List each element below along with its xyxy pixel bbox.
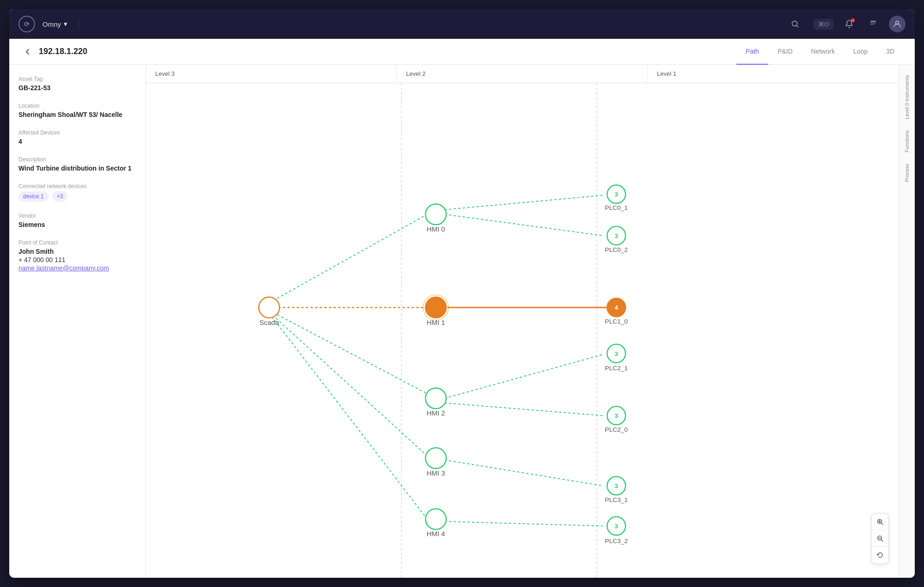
bookmark-icon bbox=[869, 19, 878, 29]
description-value: Wind Turbine distribution in Sector 1 bbox=[18, 165, 136, 172]
right-tab-process[interactable]: Process bbox=[904, 158, 910, 188]
sub-navigation: 192.18.1.220 Path P&ID Network Loop 3D bbox=[9, 39, 915, 65]
notification-dot bbox=[851, 18, 855, 22]
path-hmi2-plc21 bbox=[444, 355, 602, 398]
right-tab-functions[interactable]: Functions bbox=[904, 125, 910, 158]
node-plc10-badge: 4 bbox=[614, 304, 618, 311]
tab-pid[interactable]: P&ID bbox=[768, 39, 802, 65]
contact-field: Point of Contact John Smith + 47 000 00 … bbox=[18, 239, 136, 272]
path-scada-hmi3 bbox=[269, 312, 427, 456]
node-plc02-label: PLC0_2 bbox=[605, 246, 627, 253]
location-label: Location bbox=[18, 103, 136, 109]
tab-3d[interactable]: 3D bbox=[877, 39, 904, 65]
zoom-in-button[interactable] bbox=[872, 514, 888, 530]
node-plc21-label: PLC2_1 bbox=[605, 365, 627, 372]
path-hmi4-plc32 bbox=[444, 521, 602, 526]
node-plc02-badge: 3 bbox=[614, 232, 618, 239]
zoom-controls bbox=[871, 513, 889, 564]
node-hmi0[interactable] bbox=[426, 204, 446, 225]
search-icon bbox=[791, 20, 799, 28]
node-hmi1-label: HMI 1 bbox=[426, 318, 445, 326]
asset-tag-value: GB-221-53 bbox=[18, 84, 136, 92]
brand-label: Omny bbox=[43, 20, 61, 28]
level-3-header: Level 3 bbox=[146, 65, 397, 83]
contact-label: Point of Contact bbox=[18, 239, 136, 246]
path-scada-hmi4 bbox=[269, 313, 427, 519]
graph-area: Level 3 Level 2 Level 1 bbox=[146, 65, 915, 578]
connected-devices-label: Connected network devices bbox=[18, 183, 136, 190]
connected-devices-field: Connected network devices device 1 +3 bbox=[18, 183, 136, 202]
reset-button[interactable] bbox=[872, 547, 888, 563]
node-plc01-label: PLC0_1 bbox=[605, 204, 627, 211]
path-hmi2-plc20 bbox=[444, 403, 602, 416]
page-title: 192.18.1.220 bbox=[39, 47, 87, 56]
search-button[interactable] bbox=[784, 16, 806, 32]
node-scada[interactable] bbox=[259, 297, 280, 318]
node-hmi0-label: HMI 0 bbox=[426, 225, 445, 233]
svg-rect-4 bbox=[870, 24, 874, 24]
contact-phone: + 47 000 00 111 bbox=[18, 256, 136, 263]
node-plc21-badge: 3 bbox=[614, 350, 618, 357]
back-button[interactable] bbox=[20, 44, 35, 59]
contact-name: John Smith bbox=[18, 248, 136, 255]
device-tags: device 1 +3 bbox=[18, 191, 136, 202]
asset-tag-label: Asset Tag bbox=[18, 76, 136, 82]
right-tab-instruments[interactable]: Level 0 Instruments bbox=[904, 69, 910, 125]
sidebar: Asset Tag GB-221-53 Location Sheringham … bbox=[9, 65, 146, 578]
path-scada-hmi2 bbox=[269, 310, 427, 393]
node-plc10-label: PLC1_0 bbox=[605, 318, 628, 325]
zoom-out-button[interactable] bbox=[872, 530, 888, 547]
graph-container[interactable]: Level 3 Level 2 Level 1 bbox=[146, 65, 898, 578]
vendor-value: Siemens bbox=[18, 221, 136, 228]
path-scada-hmi0 bbox=[269, 214, 427, 303]
affected-devices-label: Affected Devices bbox=[18, 129, 136, 136]
app-logo[interactable]: ⟳ bbox=[18, 16, 35, 32]
node-hmi3[interactable] bbox=[426, 448, 446, 469]
svg-rect-2 bbox=[870, 21, 876, 22]
node-plc20-label: PLC2_0 bbox=[605, 426, 628, 433]
user-avatar[interactable] bbox=[889, 16, 906, 32]
brand-menu[interactable]: Omny ▾ bbox=[43, 20, 67, 28]
device-tag-more[interactable]: +3 bbox=[52, 191, 68, 202]
zoom-in-icon bbox=[876, 518, 884, 526]
path-hmi0-plc01 bbox=[444, 196, 602, 210]
node-plc32-badge: 3 bbox=[614, 523, 618, 530]
tab-loop[interactable]: Loop bbox=[844, 39, 877, 65]
network-graph: Scada HMI 0 HMI 1 HMI 2 HMI 3 bbox=[146, 83, 898, 578]
user-icon bbox=[893, 20, 901, 28]
level-2-header: Level 2 bbox=[397, 65, 648, 83]
svg-rect-3 bbox=[870, 23, 876, 23]
path-hmi0-plc02 bbox=[444, 214, 602, 236]
bookmark-button[interactable] bbox=[865, 16, 881, 32]
node-hmi2-label: HMI 2 bbox=[426, 409, 445, 417]
tab-path[interactable]: Path bbox=[736, 39, 768, 65]
location-field: Location Sheringham Shoal/WT 53/ Nacelle bbox=[18, 103, 136, 118]
node-hmi4[interactable] bbox=[426, 509, 446, 530]
path-hmi3-plc31 bbox=[444, 460, 602, 486]
node-plc32-label: PLC3_2 bbox=[605, 538, 627, 544]
contact-email[interactable]: name.lastname@company.com bbox=[18, 264, 136, 272]
tab-network[interactable]: Network bbox=[802, 39, 844, 65]
notification-button[interactable] bbox=[841, 16, 857, 32]
node-hmi1[interactable] bbox=[426, 297, 446, 318]
svg-line-9 bbox=[881, 523, 883, 525]
level-1-header: Level 1 bbox=[648, 65, 898, 83]
node-plc31-label: PLC3_1 bbox=[605, 496, 627, 503]
chevron-down-icon: ▾ bbox=[64, 20, 67, 28]
asset-tag-field: Asset Tag GB-221-53 bbox=[18, 76, 136, 92]
affected-devices-value: 4 bbox=[18, 138, 136, 145]
location-value: Sheringham Shoal/WT 53/ Nacelle bbox=[18, 111, 136, 118]
main-content: Asset Tag GB-221-53 Location Sheringham … bbox=[9, 65, 915, 578]
node-plc31-badge: 3 bbox=[614, 483, 618, 489]
node-hmi2[interactable] bbox=[426, 388, 446, 409]
right-vertical-tabs: Level 0 Instruments Functions Process bbox=[898, 65, 915, 578]
vendor-label: Vendor bbox=[18, 213, 136, 219]
node-hmi3-label: HMI 3 bbox=[426, 469, 445, 477]
tab-bar: Path P&ID Network Loop 3D bbox=[736, 39, 904, 65]
logo-icon: ⟳ bbox=[24, 20, 30, 28]
top-navigation: ⟳ Omny ▾ ⌘O bbox=[9, 9, 915, 39]
node-plc01-badge: 3 bbox=[614, 191, 618, 198]
reset-icon bbox=[876, 551, 884, 559]
device-tag-1[interactable]: device 1 bbox=[18, 191, 49, 202]
node-hmi4-label: HMI 4 bbox=[426, 530, 445, 538]
